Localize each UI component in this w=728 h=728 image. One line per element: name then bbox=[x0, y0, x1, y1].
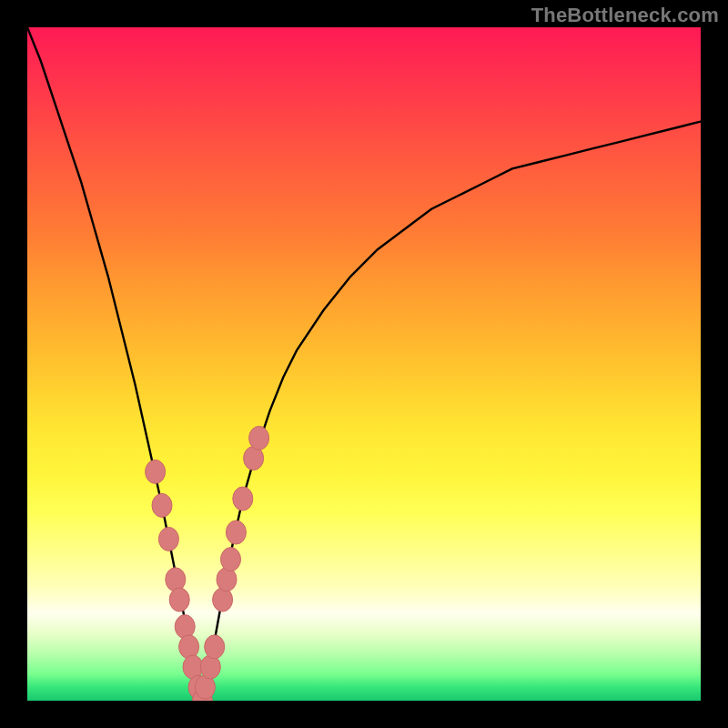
chart-frame: TheBottleneck.com bbox=[0, 0, 728, 728]
plot-background bbox=[27, 27, 701, 701]
watermark-text: TheBottleneck.com bbox=[531, 4, 719, 27]
